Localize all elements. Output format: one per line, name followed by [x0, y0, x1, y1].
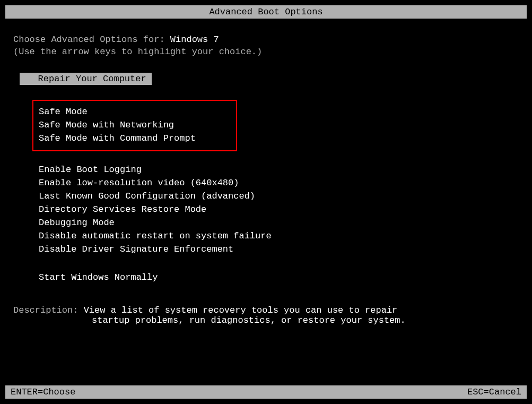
menu-item-low-res-video[interactable]: Enable low-resolution video (640x480) [39, 176, 519, 190]
menu-item-safe-mode-command-prompt[interactable]: Safe Mode with Command Prompt [39, 132, 231, 145]
menu-item-last-known-good[interactable]: Last Known Good Configuration (advanced) [39, 190, 519, 203]
menu-item-boot-logging[interactable]: Enable Boot Logging [39, 163, 519, 176]
main-content: Choose Advanced Options for: Windows 7 (… [0, 19, 532, 305]
menu-group-start: Start Windows Normally [39, 271, 519, 284]
description-section: Description: View a list of system recov… [0, 305, 532, 325]
os-name: Windows 7 [170, 35, 219, 45]
menu-section: Safe Mode Safe Mode with Networking Safe… [39, 100, 519, 284]
footer-esc-hint: ESC=Cancel [467, 387, 521, 397]
footer-enter-hint: ENTER=Choose [11, 387, 75, 397]
menu-item-safe-mode-networking[interactable]: Safe Mode with Networking [39, 118, 231, 132]
menu-item-disable-auto-restart[interactable]: Disable automatic restart on system fail… [39, 229, 519, 243]
footer-bar: ENTER=Choose ESC=Cancel [5, 385, 527, 399]
description-label: Description: [13, 305, 84, 315]
menu-item-disable-driver-signature[interactable]: Disable Driver Signature Enforcement [39, 243, 519, 256]
description-text-2: startup problems, run diagnostics, or re… [92, 315, 519, 325]
description-text-1: View a list of system recovery tools you… [84, 305, 398, 315]
prompt-prefix: Choose Advanced Options for: [13, 35, 170, 45]
title-text: Advanced Boot Options [209, 7, 322, 17]
menu-item-safe-mode[interactable]: Safe Mode [39, 105, 231, 118]
menu-item-directory-services-restore[interactable]: Directory Services Restore Mode [39, 203, 519, 216]
menu-item-debugging-mode[interactable]: Debugging Mode [39, 216, 519, 229]
title-bar: Advanced Boot Options [5, 5, 527, 19]
menu-item-repair-computer[interactable]: Repair Your Computer [20, 73, 152, 85]
menu-group-other: Enable Boot Logging Enable low-resolutio… [39, 163, 519, 256]
instruction-line: (Use the arrow keys to highlight your ch… [13, 47, 519, 57]
prompt-line: Choose Advanced Options for: Windows 7 [13, 35, 519, 45]
description-line-1: Description: View a list of system recov… [13, 305, 519, 315]
highlight-annotation-box: Safe Mode Safe Mode with Networking Safe… [32, 100, 237, 151]
menu-item-start-windows-normally[interactable]: Start Windows Normally [39, 271, 519, 284]
